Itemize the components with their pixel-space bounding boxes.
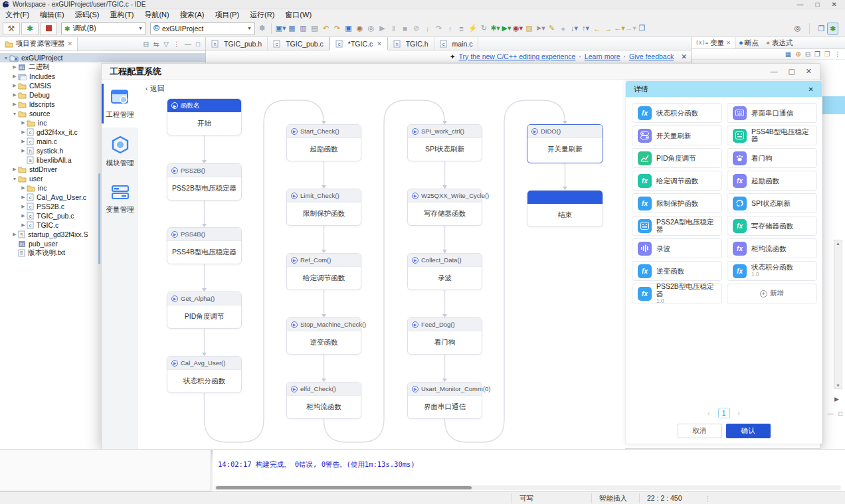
tree-expand-icon[interactable]: ▶ bbox=[20, 129, 27, 135]
menu-item[interactable]: 编辑(E) bbox=[35, 9, 70, 21]
function-chip[interactable]: fx柜均流函数 bbox=[727, 238, 817, 258]
function-chip[interactable]: 界面串口通信 bbox=[727, 103, 817, 123]
dialog-minimize-button[interactable]: — bbox=[770, 67, 777, 76]
dialog-nav-module[interactable]: 模块管理 bbox=[102, 127, 138, 175]
view-tab-variables[interactable]: (x)=变量✕ bbox=[692, 37, 735, 48]
variables-scrollbar[interactable]: ▲ ▼ bbox=[834, 240, 842, 389]
dialog-close-button[interactable]: ✕ bbox=[806, 67, 812, 76]
new-wizard-icon[interactable]: ▣▾ bbox=[275, 23, 286, 35]
pin-view-icon[interactable]: ❒ bbox=[814, 50, 820, 58]
project-dropdown[interactable]: ⓒ exGUIProject ▼ bbox=[150, 22, 255, 35]
close-icon[interactable]: ✕ bbox=[726, 40, 731, 46]
tree-expand-icon[interactable]: ▶ bbox=[11, 232, 18, 237]
step-return-icon[interactable]: ↑ bbox=[444, 23, 456, 35]
page-prev-icon[interactable]: ‹ bbox=[707, 410, 709, 417]
flow-node[interactable]: ▶Cal_Avg_User()状态积分函数 bbox=[167, 356, 242, 393]
add-function-button[interactable]: +新增 bbox=[727, 284, 817, 303]
function-chip[interactable]: PID角度调节 bbox=[632, 148, 722, 168]
debug-config-dropdown[interactable]: ✱ 调试(B) ▼ bbox=[61, 22, 146, 35]
flow-node[interactable]: ▶函数名开始 bbox=[167, 98, 242, 135]
flow-node[interactable]: ▶W25QXX_Write_Cycle()写存储器函数 bbox=[407, 189, 482, 226]
terminate-button[interactable] bbox=[40, 22, 57, 35]
show-columns-icon[interactable]: ▦ bbox=[785, 50, 791, 58]
flow-node[interactable]: ▶Stop_Machine_Check()逆变函数 bbox=[286, 317, 361, 355]
editor-tab[interactable]: hTGIC_pub.h bbox=[206, 37, 268, 50]
tree-expand-icon[interactable]: ▶ bbox=[20, 222, 27, 228]
flow-node[interactable]: ▶Feed_Dog()看门狗 bbox=[407, 317, 482, 355]
disconnect-icon[interactable]: ⊘ bbox=[411, 23, 422, 35]
perspective-c-icon[interactable]: ✱ bbox=[827, 23, 838, 35]
banner-feedback-link[interactable]: Give feedback bbox=[629, 52, 674, 60]
function-chip[interactable]: fx状态积分函数1.0 bbox=[727, 261, 817, 281]
back-icon[interactable]: ← bbox=[591, 23, 603, 35]
flow-node[interactable]: ▶Get_Alpha()PID角度调节 bbox=[167, 292, 242, 329]
flow-node[interactable]: ▶elfd_Check()柜均流函数 bbox=[286, 382, 361, 419]
function-chip[interactable]: 录波 bbox=[632, 238, 722, 258]
tree-expand-icon[interactable]: ▶ bbox=[20, 213, 27, 218]
function-chip[interactable]: fx写存储器函数 bbox=[727, 216, 817, 236]
editor-tab[interactable]: hTGIC.h bbox=[388, 37, 434, 50]
function-chip[interactable]: fx给定调节函数 bbox=[632, 171, 722, 191]
menu-item[interactable]: 搜索(A) bbox=[175, 9, 210, 21]
step-into-icon[interactable]: ↓ bbox=[422, 23, 433, 35]
banner-try-link[interactable]: Try the new C/C++ editing experience bbox=[458, 52, 575, 60]
project-explorer-tab[interactable]: 项目资源管理器 ✕ bbox=[0, 37, 78, 50]
redo-icon[interactable]: ↷ bbox=[331, 23, 343, 35]
console-hscroll-thumb[interactable] bbox=[216, 486, 472, 489]
window-minimize-button[interactable]: — bbox=[797, 1, 804, 8]
run-icon[interactable]: ▶▾ bbox=[501, 23, 512, 35]
new-view-icon[interactable]: ❒ bbox=[824, 50, 830, 58]
maximize-view-icon[interactable]: □ bbox=[196, 41, 200, 48]
flow-node[interactable]: ▶Limit_Check()限制保护函数 bbox=[286, 189, 361, 226]
close-icon[interactable]: ✕ bbox=[68, 41, 73, 47]
page-number[interactable]: 1 bbox=[718, 408, 730, 418]
console-hscrollbar[interactable] bbox=[214, 485, 841, 490]
menu-item[interactable]: 项目(P) bbox=[209, 9, 244, 21]
flow-node[interactable]: ▶SPI_work_ctrl()SPI状态刷新 bbox=[407, 124, 482, 161]
menu-item[interactable]: 运行(R) bbox=[244, 9, 280, 21]
flow-node[interactable]: ▶Start_Check()起励函数 bbox=[286, 124, 361, 161]
function-chip[interactable]: PSS2A型电压稳定器 bbox=[632, 216, 722, 236]
restart-icon[interactable]: ▶ bbox=[834, 396, 839, 402]
function-chip[interactable]: fxPSS2B型电压稳定器1.0 bbox=[632, 284, 722, 303]
tree-expand-icon[interactable]: ▶ bbox=[20, 148, 27, 153]
flow-node[interactable]: ▶DIDO()开关量刷新 bbox=[527, 124, 603, 163]
tree-expand-icon[interactable]: ▶ bbox=[11, 64, 18, 70]
dialog-nav-variable[interactable]: 变量管理 bbox=[102, 175, 138, 223]
perspective-debug-icon[interactable]: ❒ bbox=[816, 23, 827, 35]
tree-item[interactable]: ▼exGUIProject bbox=[0, 53, 205, 62]
console-view-icon[interactable]: ▣ bbox=[343, 23, 354, 35]
minimize-view-icon[interactable]: — bbox=[828, 410, 834, 417]
editor-tab[interactable]: c*TGIC.c✕ bbox=[329, 37, 388, 50]
forward-icon[interactable]: → bbox=[603, 23, 614, 35]
tree-expand-icon[interactable]: ▶ bbox=[11, 167, 18, 172]
function-chip[interactable]: fx限制保护函数 bbox=[632, 193, 722, 213]
menu-item[interactable]: 窗口(W) bbox=[280, 9, 317, 21]
flow-node[interactable]: 结束 bbox=[527, 190, 603, 227]
tree-expand-icon[interactable]: ▶ bbox=[11, 92, 18, 98]
page-next-icon[interactable]: › bbox=[738, 410, 740, 417]
banner-learn-more-link[interactable]: Learn more bbox=[585, 52, 620, 60]
trace-icon[interactable]: ≡ bbox=[456, 23, 467, 35]
close-icon[interactable]: ✕ bbox=[808, 86, 814, 93]
editor-tab[interactable]: cTGIC_pub.c bbox=[268, 37, 329, 50]
debug-run-icon[interactable]: ✱▾ bbox=[490, 23, 501, 35]
menu-item[interactable]: 源码(S) bbox=[70, 9, 105, 21]
function-chip[interactable]: SPI状态刷新 bbox=[727, 193, 817, 213]
confirm-button[interactable]: 确认 bbox=[726, 424, 771, 438]
tree-expand-icon[interactable]: ▶ bbox=[11, 83, 18, 88]
function-chip[interactable]: PSS4B型电压稳定器 bbox=[727, 126, 817, 145]
search-icon[interactable]: ◎ bbox=[792, 23, 803, 35]
cancel-button[interactable]: 取消 bbox=[678, 424, 722, 438]
flow-node[interactable]: ▶PSS4B()PSS4B型电压稳定器 bbox=[167, 227, 242, 264]
prev-edit-icon[interactable]: ←▾ bbox=[614, 23, 625, 35]
next-edit-icon[interactable]: →▾ bbox=[625, 23, 636, 35]
save-icon[interactable]: ▦ bbox=[286, 23, 298, 35]
collapse-all-icon[interactable]: ⊟ bbox=[805, 50, 810, 58]
dialog-maximize-button[interactable]: ▢ bbox=[788, 67, 795, 76]
close-icon[interactable]: ✕ bbox=[377, 41, 382, 47]
debug-button[interactable]: ✱ bbox=[21, 22, 39, 35]
undo-icon[interactable]: ↶ bbox=[320, 23, 331, 35]
attach-icon[interactable]: ◉ bbox=[354, 23, 365, 35]
function-chip[interactable]: 看门狗 bbox=[727, 148, 817, 168]
